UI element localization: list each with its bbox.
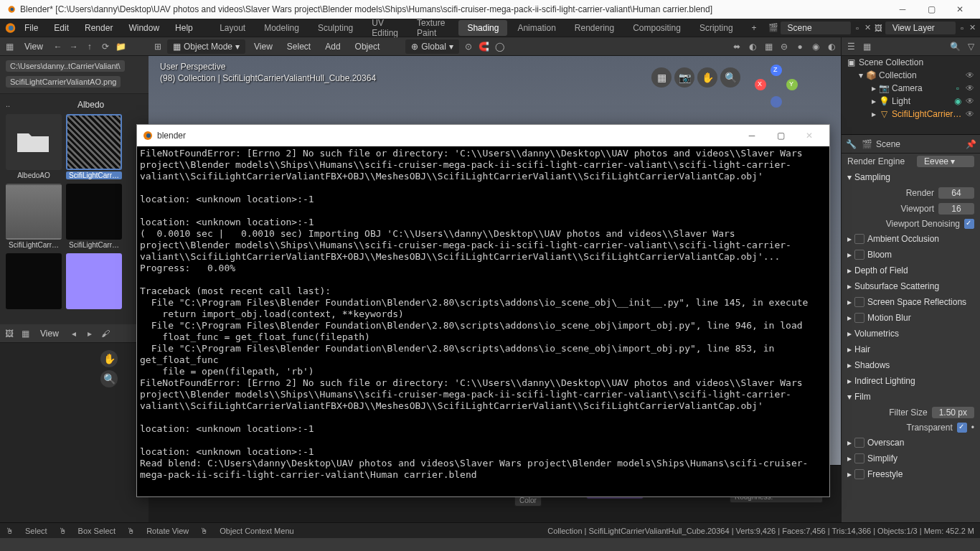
orientation-dropdown[interactable]: ⊕Global▾ <box>405 39 459 54</box>
maximize-button[interactable]: ▢ <box>917 0 946 19</box>
menu-file[interactable]: File <box>17 20 45 36</box>
render-samples-value[interactable]: 64 <box>938 187 974 199</box>
simplify-checkbox[interactable] <box>854 453 864 463</box>
console-output[interactable]: FileNotFoundError: [Errno 2] No such fil… <box>137 146 829 496</box>
nav-fwd-icon[interactable]: → <box>67 40 80 53</box>
thumb-folder[interactable]: AlbedoAO <box>6 114 62 179</box>
tab-add[interactable]: + <box>743 20 765 36</box>
menu-window[interactable]: Window <box>121 20 166 36</box>
thumb-image-selected[interactable]: ScifiLightCarr… <box>66 114 122 179</box>
shading-wire-icon[interactable]: ⊖ <box>778 40 791 53</box>
viewport-add-menu[interactable]: Add <box>319 39 346 54</box>
parent-dir[interactable]: .. <box>6 100 10 114</box>
visibility-toggle[interactable]: 👁 <box>966 109 976 119</box>
render-engine-dropdown[interactable]: Eevee ▾ <box>917 156 974 167</box>
outliner-display-icon[interactable]: ▦ <box>860 40 873 53</box>
scene-new-icon[interactable]: ▫ <box>853 21 862 35</box>
editor-type-icon[interactable]: ▦ <box>3 40 16 53</box>
gizmo-x[interactable]: X <box>755 79 766 90</box>
camera-view-icon[interactable]: ▦ <box>651 67 672 88</box>
mode-dropdown[interactable]: ▦Object Mode▾ <box>167 39 245 54</box>
menu-edit[interactable]: Edit <box>47 20 76 36</box>
bloom-panel[interactable]: ▸ Bloom <box>842 247 980 263</box>
scene-del-icon[interactable]: ✕ <box>863 21 872 35</box>
blender-logo-icon[interactable] <box>3 20 16 36</box>
sss-panel[interactable]: ▸ Subsurface Scattering <box>842 278 980 294</box>
image-mode-icon[interactable]: ▦ <box>19 327 32 340</box>
simplify-panel[interactable]: ▸ Simplify <box>842 451 980 466</box>
pin-icon[interactable]: 📌 <box>964 138 977 151</box>
visibility-toggle[interactable]: 👁 <box>966 70 976 80</box>
viewport-object-menu[interactable]: Object <box>349 39 386 54</box>
viewlayer-name-field[interactable]: View Layer <box>885 21 956 35</box>
nav-newdir-icon[interactable]: 📁 <box>115 40 128 53</box>
viewport-denoise-checkbox[interactable] <box>964 219 974 229</box>
motionblur-checkbox[interactable] <box>854 313 864 323</box>
thumb-image[interactable]: ScifiLightCarr… <box>6 184 62 249</box>
zoom-icon[interactable]: 🔍 <box>100 370 118 387</box>
hair-panel[interactable]: ▸ Hair <box>842 342 980 357</box>
thumb-image[interactable] <box>6 253 62 311</box>
outliner-collection[interactable]: ▾ 📦 Collection 👁 <box>842 69 980 82</box>
viewport-view-menu[interactable]: View <box>248 39 278 54</box>
nav-refresh-icon[interactable]: ⟳ <box>99 40 112 53</box>
bloom-checkbox[interactable] <box>854 250 864 260</box>
console-maximize-button[interactable]: ▢ <box>766 125 795 146</box>
filter-size-value[interactable]: 1.50 px <box>932 407 974 418</box>
viewport-select-menu[interactable]: Select <box>281 39 316 54</box>
viewlayer-icon[interactable]: 🖼 <box>874 21 883 35</box>
ao-checkbox[interactable] <box>854 234 864 244</box>
motionblur-panel[interactable]: ▸ Motion Blur <box>842 310 980 326</box>
viewport-zoom-icon[interactable]: 🔍 <box>720 67 740 88</box>
film-panel[interactable]: ▾ Film <box>842 389 980 405</box>
overlay-toggle-icon[interactable]: ◐ <box>746 40 759 53</box>
close-button[interactable]: ✕ <box>946 0 974 19</box>
shading-solid-icon[interactable]: ● <box>793 40 806 53</box>
outliner-filter-icon[interactable]: 🔍 <box>948 40 961 53</box>
menu-render[interactable]: Render <box>77 20 120 36</box>
proportional-icon[interactable]: ◯ <box>494 40 507 53</box>
tab-rendering[interactable]: Rendering <box>566 20 623 36</box>
minimize-button[interactable]: ─ <box>888 0 917 19</box>
nav-back-icon[interactable]: ← <box>52 40 65 53</box>
image-prev-icon[interactable]: ◂ <box>67 327 80 340</box>
gizmo-z[interactable]: Z <box>771 65 782 76</box>
tab-layout[interactable]: Layout <box>211 20 254 36</box>
viewport-pan-icon[interactable]: ✋ <box>697 67 717 88</box>
viewport-samples-value[interactable]: 16 <box>938 203 974 215</box>
overscan-panel[interactable]: ▸ Overscan <box>842 435 980 451</box>
gizmo-toggle-icon[interactable]: ⬌ <box>730 40 743 53</box>
console-close-button[interactable]: ✕ <box>795 125 824 146</box>
tab-sculpting[interactable]: Sculpting <box>309 20 362 36</box>
console-titlebar[interactable]: blender ─ ▢ ✕ <box>137 125 829 146</box>
shading-lookdev-icon[interactable]: ◉ <box>809 40 822 53</box>
ssr-panel[interactable]: ▸ Screen Space Reflections <box>842 294 980 310</box>
viewport-camera-icon[interactable]: 📷 <box>674 67 694 88</box>
thumb-image[interactable]: ScifiLightCarr… <box>66 184 122 249</box>
tab-modeling[interactable]: Modeling <box>255 20 308 36</box>
image-next-icon[interactable]: ▸ <box>83 327 96 340</box>
xray-icon[interactable]: ▦ <box>762 40 775 53</box>
outliner-scene-collection[interactable]: ▣ Scene Collection <box>842 56 980 69</box>
image-editor-type-icon[interactable]: 🖼 <box>3 327 16 340</box>
snap-icon[interactable]: 🧲 <box>478 40 491 53</box>
shadows-panel[interactable]: ▸ Shadows <box>842 357 980 373</box>
pan-icon[interactable]: ✋ <box>100 350 118 367</box>
ssr-checkbox[interactable] <box>854 297 864 307</box>
pivot-icon[interactable]: ⊙ <box>462 40 475 53</box>
freestyle-checkbox[interactable] <box>854 469 864 479</box>
image-editor-viewport[interactable]: ✋ 🔍 <box>0 343 149 522</box>
outliner-mesh-active[interactable]: ▸ ▽ ScifiLightCarrierValiantH 👁 <box>842 108 980 121</box>
ao-panel[interactable]: ▸ Ambient Occlusion <box>842 231 980 247</box>
tab-shading[interactable]: Shading <box>458 20 507 36</box>
volumetrics-panel[interactable]: ▸ Volumetrics <box>842 326 980 342</box>
menu-help[interactable]: Help <box>168 20 200 36</box>
sampling-panel[interactable]: ▾ Sampling <box>842 169 980 185</box>
viewport-type-icon[interactable]: ⊞ <box>151 40 164 53</box>
nav-up-icon[interactable]: ↑ <box>83 40 96 53</box>
viewlayer-del-icon[interactable]: ✕ <box>968 21 977 35</box>
gizmo-y[interactable]: Y <box>786 79 798 90</box>
viewlayer-new-icon[interactable]: ▫ <box>958 21 967 35</box>
filebrowser-view-menu[interactable]: View <box>19 39 49 54</box>
visibility-toggle[interactable]: 👁 <box>966 83 976 93</box>
